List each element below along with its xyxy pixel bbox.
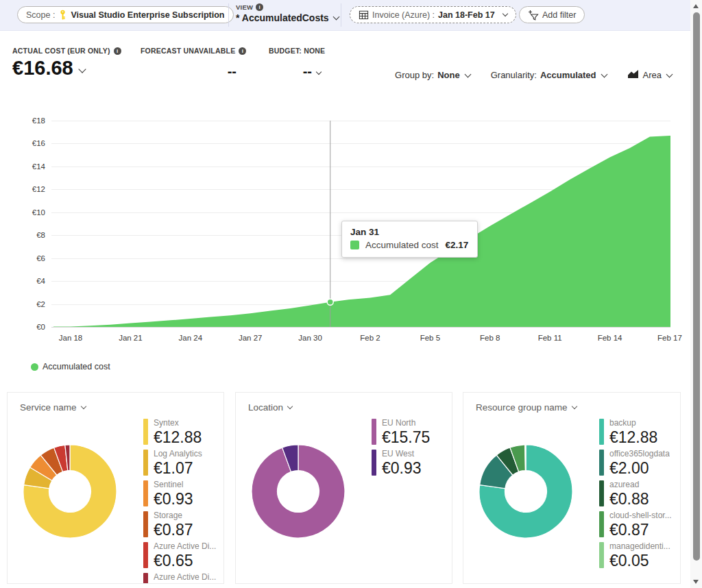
legend-color-chip: [143, 511, 148, 537]
legend-item-label: managedidenti...: [609, 542, 670, 551]
chevron-down-icon: [464, 71, 471, 77]
granularity-label: Granularity:: [491, 70, 537, 80]
toolbar: Scope : Visual Studio Enterprise Subscri…: [0, 0, 690, 31]
legend-item-value: €0.93: [154, 490, 193, 508]
forecast-label: FORECAST UNAVAILABLE: [141, 47, 235, 55]
legend-item-label: backup: [609, 419, 657, 428]
forecast-value: --: [228, 64, 237, 79]
toolbar-divider: [341, 3, 341, 27]
legend-color-chip: [599, 450, 604, 476]
x-tick-label: Feb 14: [586, 334, 634, 342]
legend-item: Azure Active Di...€0.65: [143, 542, 223, 569]
calendar-icon: [359, 10, 369, 20]
info-icon[interactable]: [114, 47, 121, 55]
service-name-donut[interactable]: [22, 443, 118, 539]
chevron-down-icon: [666, 71, 673, 77]
y-tick-label: €10: [11, 208, 45, 217]
chart-legend: Accumulated cost: [31, 362, 110, 371]
legend-item-label: office365logdata: [609, 450, 670, 458]
legend-item-value: €0.87: [154, 521, 193, 539]
x-tick-label: Jan 21: [106, 334, 154, 342]
x-tick-label: Jan 30: [287, 334, 335, 342]
accumulated-cost-chart: €0€2€4€6€8€10€12€14€16€18 Jan 18Jan 21Ja…: [0, 113, 690, 387]
service-name-legend: Syntex€12.88Log Analytics€1.07Sentinel€0…: [143, 419, 223, 584]
legend-color-chip: [143, 450, 148, 476]
legend-item-label: cloud-shell-stor...: [609, 511, 672, 520]
date-range-selector[interactable]: Invoice (Azure) : Jan 18-Feb 17: [350, 6, 516, 23]
chart-controls: Group by: None Granularity: Accumulated …: [395, 69, 672, 81]
legend-item: managedidenti...€0.05: [599, 542, 679, 569]
legend-item-value: €0.05: [609, 552, 670, 569]
tooltip-series-swatch: [350, 241, 359, 249]
legend-item-value: €0.87: [609, 521, 672, 539]
legend-color-chip: [599, 542, 604, 568]
vertical-scrollbar: [690, 0, 702, 588]
legend-item-value: €2.00: [609, 459, 670, 477]
granularity-value: Accumulated: [540, 70, 596, 80]
tooltip-value: €2.17: [446, 240, 469, 250]
legend-color-chip: [599, 419, 604, 445]
actual-cost-kpi: ACTUAL COST (EUR ONLY) €16.68: [12, 47, 121, 79]
x-tick-label: Jan 27: [226, 334, 274, 342]
legend-item-value: €0.88: [609, 490, 649, 508]
location-card: Location EU North€15.75EU West€0.93: [235, 392, 452, 584]
resource-group-dropdown[interactable]: Resource group name: [476, 402, 577, 413]
service-name-card: Service name Syntex€12.88Log Analytics€1…: [7, 392, 224, 584]
key-icon: [58, 10, 67, 20]
legend-item: Sentinel€0.93: [143, 480, 223, 508]
scope-value: Visual Studio Enterprise Subscription: [71, 10, 224, 20]
chart-type-selector[interactable]: Area: [627, 69, 672, 81]
add-filter-button[interactable]: Add filter: [519, 6, 585, 23]
view-label: VIEW: [236, 3, 253, 11]
group-by-value: None: [437, 70, 460, 80]
legend-dot: [31, 363, 38, 371]
budget-label: BUDGET: NONE: [269, 47, 325, 55]
legend-color-chip: [143, 419, 148, 445]
chevron-down-icon[interactable]: [316, 69, 322, 74]
info-icon[interactable]: [256, 3, 263, 11]
add-filter-label: Add filter: [542, 10, 576, 20]
scope-selector[interactable]: Scope : Visual Studio Enterprise Subscri…: [17, 6, 234, 23]
info-icon[interactable]: [239, 47, 246, 55]
y-tick-label: €4: [11, 276, 45, 286]
scrollbar-thumb[interactable]: [693, 12, 700, 561]
legend-color-chip: [143, 573, 148, 584]
chart-tooltip: Jan 31 Accumulated cost €2.17: [341, 221, 478, 258]
y-tick-label: €2: [11, 299, 45, 309]
y-tick-label: €6: [11, 254, 45, 263]
tooltip-date: Jan 31: [350, 227, 469, 237]
legend-label: Accumulated cost: [43, 362, 110, 371]
view-selector[interactable]: * AccumulatedCosts: [236, 12, 339, 23]
group-by-label: Group by:: [395, 70, 434, 80]
location-dropdown[interactable]: Location: [248, 402, 292, 413]
scroll-up-arrow[interactable]: [693, 4, 699, 8]
resource-group-donut[interactable]: [478, 443, 574, 539]
toolbar-divider: [228, 3, 229, 27]
x-tick-label: Jan 24: [167, 334, 215, 342]
chevron-down-icon[interactable]: [78, 65, 86, 73]
legend-item: azuread€0.88: [599, 480, 679, 508]
budget-value: --: [303, 64, 312, 79]
y-tick-label: €18: [11, 116, 45, 125]
actual-cost-label: ACTUAL COST (EUR ONLY): [12, 47, 110, 55]
scope-label: Scope :: [26, 10, 55, 20]
resource-group-legend: backup€12.88office365logdata€2.00azuread…: [599, 419, 679, 573]
add-filter-icon: [528, 10, 539, 21]
legend-color-chip: [599, 480, 604, 506]
chevron-down-icon: [332, 14, 339, 21]
granularity-selector[interactable]: Granularity: Accumulated: [491, 70, 607, 80]
y-tick-label: €12: [11, 184, 45, 194]
legend-item: EU West€0.93: [372, 450, 451, 477]
legend-item-label: Storage: [154, 511, 193, 520]
scroll-down-arrow[interactable]: [693, 580, 699, 584]
group-by-selector[interactable]: Group by: None: [395, 70, 470, 80]
location-donut[interactable]: [250, 443, 346, 539]
legend-item: Syntex€12.88: [143, 419, 223, 446]
service-name-dropdown[interactable]: Service name: [20, 402, 86, 413]
legend-item-value: €0.93: [382, 459, 422, 477]
legend-item: backup€12.88: [599, 419, 679, 446]
area-chart-icon: [627, 69, 639, 81]
x-tick-label: Feb 17: [646, 334, 694, 342]
donut-slice[interactable]: [525, 445, 526, 471]
legend-item-label: EU North: [382, 419, 430, 428]
